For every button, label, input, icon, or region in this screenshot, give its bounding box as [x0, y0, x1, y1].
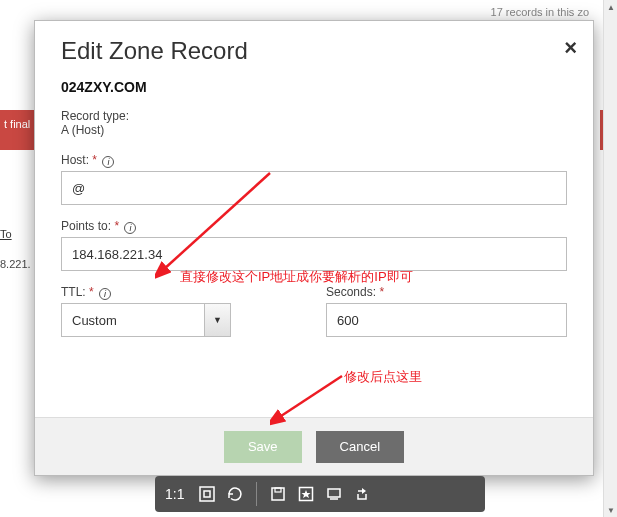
screen-icon[interactable]	[323, 483, 345, 505]
chevron-down-icon[interactable]: ▼	[204, 304, 230, 336]
annotation-ip-instruction: 直接修改这个IP地址成你要解析的IP即可	[180, 268, 413, 286]
rotate-icon[interactable]	[224, 483, 246, 505]
edit-zone-record-modal: × Edit Zone Record 024ZXY.COM Record typ…	[34, 20, 594, 476]
bg-ip-fragment: 8.221.	[0, 258, 31, 270]
info-icon[interactable]: i	[99, 288, 111, 300]
fit-screen-icon[interactable]	[196, 483, 218, 505]
host-label: Host: * i	[61, 153, 567, 167]
modal-title: Edit Zone Record	[35, 21, 593, 69]
points-to-label: Points to: * i	[61, 219, 567, 233]
scroll-up-icon[interactable]: ▲	[604, 0, 617, 14]
info-icon[interactable]: i	[102, 156, 114, 168]
annotation-save-instruction: 修改后点这里	[344, 368, 422, 386]
star-icon[interactable]	[295, 483, 317, 505]
share-icon[interactable]	[351, 483, 373, 505]
svg-rect-3	[204, 491, 210, 497]
record-type-value: A (Host)	[61, 123, 567, 137]
bg-points-to-header: To	[0, 228, 12, 240]
seconds-label: Seconds: *	[326, 285, 567, 299]
toolbar-separator	[256, 482, 257, 506]
info-icon[interactable]: i	[124, 222, 136, 234]
scroll-down-icon[interactable]: ▼	[604, 503, 617, 517]
zoom-ratio[interactable]: 1:1	[165, 486, 184, 502]
record-type-label: Record type:	[61, 109, 567, 123]
seconds-input[interactable]	[326, 303, 567, 337]
svg-rect-7	[328, 489, 340, 497]
viewer-toolbar: 1:1	[155, 476, 485, 512]
cancel-button[interactable]: Cancel	[316, 431, 404, 463]
ttl-select[interactable]: ▼	[61, 303, 231, 337]
svg-rect-4	[272, 488, 284, 500]
save-icon[interactable]	[267, 483, 289, 505]
svg-rect-2	[200, 487, 214, 501]
modal-footer: Save Cancel	[35, 417, 593, 475]
zone-name: 024ZXY.COM	[61, 79, 567, 95]
points-to-input[interactable]	[61, 237, 567, 271]
host-input[interactable]	[61, 171, 567, 205]
close-button[interactable]: ×	[564, 35, 577, 61]
ttl-label: TTL: * i	[61, 285, 302, 299]
records-count-text: 17 records in this zo	[491, 6, 589, 18]
vertical-scrollbar[interactable]: ▲ ▼	[603, 0, 617, 517]
save-button[interactable]: Save	[224, 431, 302, 463]
